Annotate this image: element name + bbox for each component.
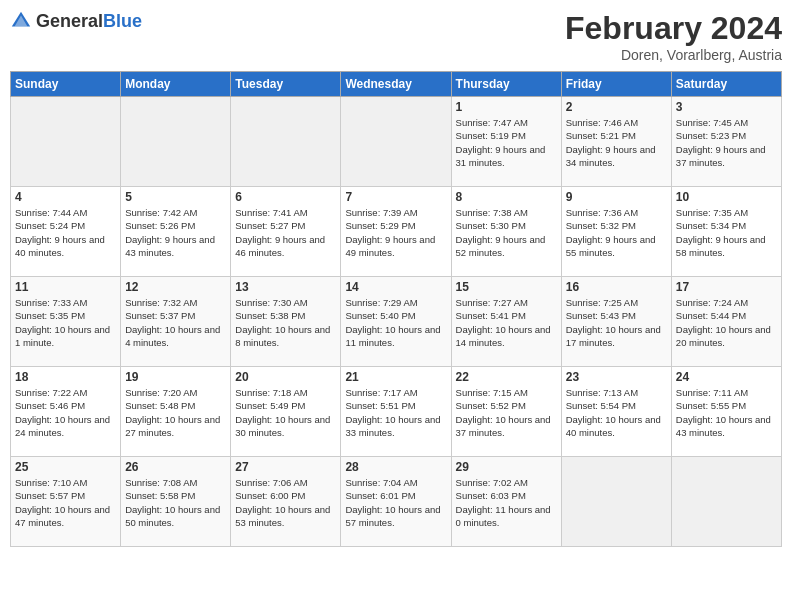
day-info: Sunrise: 7:06 AMSunset: 6:00 PMDaylight:… xyxy=(235,476,336,529)
day-info: Sunrise: 7:27 AMSunset: 5:41 PMDaylight:… xyxy=(456,296,557,349)
calendar-cell-w3d5: 23Sunrise: 7:13 AMSunset: 5:54 PMDayligh… xyxy=(561,367,671,457)
day-info: Sunrise: 7:20 AMSunset: 5:48 PMDaylight:… xyxy=(125,386,226,439)
day-number: 6 xyxy=(235,190,336,204)
day-info: Sunrise: 7:35 AMSunset: 5:34 PMDaylight:… xyxy=(676,206,777,259)
day-info: Sunrise: 7:29 AMSunset: 5:40 PMDaylight:… xyxy=(345,296,446,349)
day-number: 13 xyxy=(235,280,336,294)
calendar-cell-w2d6: 17Sunrise: 7:24 AMSunset: 5:44 PMDayligh… xyxy=(671,277,781,367)
day-info: Sunrise: 7:18 AMSunset: 5:49 PMDaylight:… xyxy=(235,386,336,439)
day-info: Sunrise: 7:10 AMSunset: 5:57 PMDaylight:… xyxy=(15,476,116,529)
day-number: 12 xyxy=(125,280,226,294)
day-info: Sunrise: 7:39 AMSunset: 5:29 PMDaylight:… xyxy=(345,206,446,259)
day-number: 17 xyxy=(676,280,777,294)
logo: GeneralBlue xyxy=(10,10,142,32)
day-info: Sunrise: 7:02 AMSunset: 6:03 PMDaylight:… xyxy=(456,476,557,529)
calendar-cell-w3d2: 20Sunrise: 7:18 AMSunset: 5:49 PMDayligh… xyxy=(231,367,341,457)
day-number: 19 xyxy=(125,370,226,384)
day-number: 29 xyxy=(456,460,557,474)
day-number: 20 xyxy=(235,370,336,384)
day-info: Sunrise: 7:15 AMSunset: 5:52 PMDaylight:… xyxy=(456,386,557,439)
calendar-cell-w0d5: 2Sunrise: 7:46 AMSunset: 5:21 PMDaylight… xyxy=(561,97,671,187)
calendar-cell-w0d4: 1Sunrise: 7:47 AMSunset: 5:19 PMDaylight… xyxy=(451,97,561,187)
day-info: Sunrise: 7:30 AMSunset: 5:38 PMDaylight:… xyxy=(235,296,336,349)
calendar-cell-w2d0: 11Sunrise: 7:33 AMSunset: 5:35 PMDayligh… xyxy=(11,277,121,367)
calendar-cell-w2d3: 14Sunrise: 7:29 AMSunset: 5:40 PMDayligh… xyxy=(341,277,451,367)
weekday-header-thursday: Thursday xyxy=(451,72,561,97)
day-info: Sunrise: 7:44 AMSunset: 5:24 PMDaylight:… xyxy=(15,206,116,259)
calendar-cell-w4d0: 25Sunrise: 7:10 AMSunset: 5:57 PMDayligh… xyxy=(11,457,121,547)
day-info: Sunrise: 7:25 AMSunset: 5:43 PMDaylight:… xyxy=(566,296,667,349)
calendar-cell-w1d1: 5Sunrise: 7:42 AMSunset: 5:26 PMDaylight… xyxy=(121,187,231,277)
day-number: 15 xyxy=(456,280,557,294)
calendar-cell-w2d5: 16Sunrise: 7:25 AMSunset: 5:43 PMDayligh… xyxy=(561,277,671,367)
day-number: 2 xyxy=(566,100,667,114)
calendar-cell-w1d6: 10Sunrise: 7:35 AMSunset: 5:34 PMDayligh… xyxy=(671,187,781,277)
day-info: Sunrise: 7:24 AMSunset: 5:44 PMDaylight:… xyxy=(676,296,777,349)
day-number: 24 xyxy=(676,370,777,384)
day-number: 21 xyxy=(345,370,446,384)
day-number: 9 xyxy=(566,190,667,204)
day-info: Sunrise: 7:38 AMSunset: 5:30 PMDaylight:… xyxy=(456,206,557,259)
day-info: Sunrise: 7:42 AMSunset: 5:26 PMDaylight:… xyxy=(125,206,226,259)
calendar-cell-w4d5 xyxy=(561,457,671,547)
day-number: 27 xyxy=(235,460,336,474)
day-info: Sunrise: 7:04 AMSunset: 6:01 PMDaylight:… xyxy=(345,476,446,529)
calendar-cell-w2d1: 12Sunrise: 7:32 AMSunset: 5:37 PMDayligh… xyxy=(121,277,231,367)
calendar-cell-w2d2: 13Sunrise: 7:30 AMSunset: 5:38 PMDayligh… xyxy=(231,277,341,367)
day-info: Sunrise: 7:11 AMSunset: 5:55 PMDaylight:… xyxy=(676,386,777,439)
day-number: 14 xyxy=(345,280,446,294)
day-number: 16 xyxy=(566,280,667,294)
calendar-cell-w3d0: 18Sunrise: 7:22 AMSunset: 5:46 PMDayligh… xyxy=(11,367,121,457)
day-number: 3 xyxy=(676,100,777,114)
calendar-cell-w0d3 xyxy=(341,97,451,187)
day-number: 18 xyxy=(15,370,116,384)
day-info: Sunrise: 7:33 AMSunset: 5:35 PMDaylight:… xyxy=(15,296,116,349)
day-number: 7 xyxy=(345,190,446,204)
day-info: Sunrise: 7:46 AMSunset: 5:21 PMDaylight:… xyxy=(566,116,667,169)
weekday-header-wednesday: Wednesday xyxy=(341,72,451,97)
day-info: Sunrise: 7:41 AMSunset: 5:27 PMDaylight:… xyxy=(235,206,336,259)
weekday-header-friday: Friday xyxy=(561,72,671,97)
day-number: 11 xyxy=(15,280,116,294)
logo-icon xyxy=(10,10,32,32)
weekday-header-sunday: Sunday xyxy=(11,72,121,97)
day-info: Sunrise: 7:32 AMSunset: 5:37 PMDaylight:… xyxy=(125,296,226,349)
weekday-header-saturday: Saturday xyxy=(671,72,781,97)
logo-blue-text: Blue xyxy=(103,11,142,31)
day-number: 26 xyxy=(125,460,226,474)
day-number: 1 xyxy=(456,100,557,114)
calendar-cell-w4d6 xyxy=(671,457,781,547)
day-number: 5 xyxy=(125,190,226,204)
location-title: Doren, Vorarlberg, Austria xyxy=(565,47,782,63)
calendar-cell-w1d2: 6Sunrise: 7:41 AMSunset: 5:27 PMDaylight… xyxy=(231,187,341,277)
day-info: Sunrise: 7:47 AMSunset: 5:19 PMDaylight:… xyxy=(456,116,557,169)
day-info: Sunrise: 7:36 AMSunset: 5:32 PMDaylight:… xyxy=(566,206,667,259)
calendar-cell-w4d2: 27Sunrise: 7:06 AMSunset: 6:00 PMDayligh… xyxy=(231,457,341,547)
day-number: 28 xyxy=(345,460,446,474)
day-number: 10 xyxy=(676,190,777,204)
day-info: Sunrise: 7:22 AMSunset: 5:46 PMDaylight:… xyxy=(15,386,116,439)
day-info: Sunrise: 7:17 AMSunset: 5:51 PMDaylight:… xyxy=(345,386,446,439)
weekday-header-monday: Monday xyxy=(121,72,231,97)
calendar-cell-w3d3: 21Sunrise: 7:17 AMSunset: 5:51 PMDayligh… xyxy=(341,367,451,457)
calendar-cell-w0d1 xyxy=(121,97,231,187)
day-number: 25 xyxy=(15,460,116,474)
calendar-cell-w0d0 xyxy=(11,97,121,187)
calendar-cell-w0d6: 3Sunrise: 7:45 AMSunset: 5:23 PMDaylight… xyxy=(671,97,781,187)
calendar-cell-w1d5: 9Sunrise: 7:36 AMSunset: 5:32 PMDaylight… xyxy=(561,187,671,277)
day-number: 8 xyxy=(456,190,557,204)
calendar-cell-w3d6: 24Sunrise: 7:11 AMSunset: 5:55 PMDayligh… xyxy=(671,367,781,457)
weekday-header-tuesday: Tuesday xyxy=(231,72,341,97)
day-number: 4 xyxy=(15,190,116,204)
title-area: February 2024 Doren, Vorarlberg, Austria xyxy=(565,10,782,63)
logo-general-text: General xyxy=(36,11,103,31)
calendar-cell-w4d4: 29Sunrise: 7:02 AMSunset: 6:03 PMDayligh… xyxy=(451,457,561,547)
calendar-cell-w4d3: 28Sunrise: 7:04 AMSunset: 6:01 PMDayligh… xyxy=(341,457,451,547)
calendar-cell-w1d4: 8Sunrise: 7:38 AMSunset: 5:30 PMDaylight… xyxy=(451,187,561,277)
calendar-cell-w3d4: 22Sunrise: 7:15 AMSunset: 5:52 PMDayligh… xyxy=(451,367,561,457)
calendar-cell-w1d3: 7Sunrise: 7:39 AMSunset: 5:29 PMDaylight… xyxy=(341,187,451,277)
day-info: Sunrise: 7:45 AMSunset: 5:23 PMDaylight:… xyxy=(676,116,777,169)
calendar-cell-w0d2 xyxy=(231,97,341,187)
day-number: 22 xyxy=(456,370,557,384)
day-number: 23 xyxy=(566,370,667,384)
